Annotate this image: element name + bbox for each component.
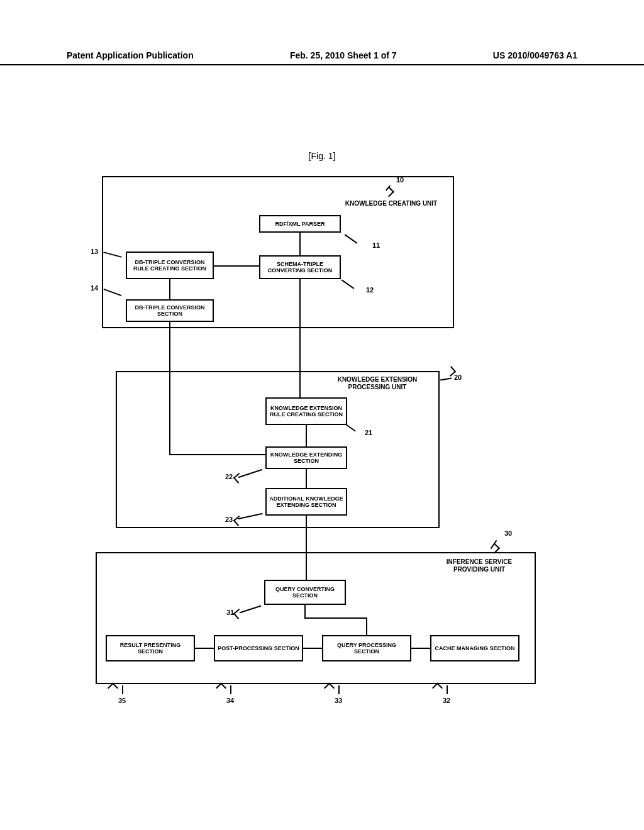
ref-34: 34 [226, 697, 234, 704]
connector [169, 279, 170, 299]
ref-32: 32 [443, 697, 450, 704]
connector [299, 233, 301, 255]
page: Patent Application Publication Feb. 25, … [0, 0, 644, 830]
page-header: Patent Application Publication Feb. 25, … [0, 50, 644, 65]
knowledge-extension-rule-creating-section: KNOWLEDGE EXTENSION RULE CREATING SECTIO… [265, 397, 347, 425]
ref-11: 11 [372, 241, 380, 249]
schema-triple-converting-section: SCHEMA-TRIPLE CONVERTING SECTION [259, 255, 341, 279]
query-processing-section: QUERY PROCESSING SECTION [322, 635, 411, 661]
connector [306, 469, 307, 488]
db-triple-conversion-section: DB-TRIPLE CONVERSION SECTION [126, 299, 214, 322]
inference-service-providing-unit-label: INFERENCE SERVICE PROVIDING UNIT [429, 558, 530, 573]
publication-type: Patent Application Publication [67, 50, 194, 62]
db-triple-conversion-rule-creating-section: DB-TRIPLE CONVERSION RULE CREATING SECTI… [126, 252, 214, 279]
ref-20: 20 [454, 374, 462, 381]
ref-23: 23 [225, 516, 233, 523]
ref-13: 13 [91, 248, 98, 255]
ref-10: 10 [396, 176, 404, 184]
lead-line [447, 685, 448, 694]
lead-tick [108, 683, 118, 694]
knowledge-extension-processing-unit-label: KNOWLEDGE EXTENSION PROCESSING UNIT [321, 376, 434, 390]
publication-number: US 2010/0049763 A1 [493, 50, 577, 62]
cache-managing-section: CACHE MANAGING SECTION [430, 635, 519, 661]
ref-21: 21 [365, 429, 372, 436]
result-presenting-section: RESULT PRESENTING SECTION [106, 635, 195, 661]
ref-30: 30 [504, 529, 512, 537]
connector [306, 516, 307, 580]
post-processing-section: POST-PROCESSING SECTION [214, 635, 303, 661]
connector [306, 425, 307, 446]
connector [195, 648, 214, 649]
figure-label: [Fig. 1] [0, 151, 644, 161]
ref-35: 35 [118, 697, 126, 704]
ref-12: 12 [366, 286, 374, 294]
lead-line [440, 377, 452, 380]
rdf-xml-parser: RDF/XML PARSER [259, 215, 341, 233]
connector [214, 265, 259, 267]
lead-tick [324, 683, 335, 694]
knowledge-creating-unit-label: KNOWLEDGE CREATING UNIT [331, 200, 451, 208]
query-converting-section: QUERY CONVERTING SECTION [264, 580, 346, 605]
connector [299, 279, 301, 397]
ref-33: 33 [335, 697, 342, 704]
connector [169, 322, 170, 454]
lead-line [230, 685, 231, 694]
connector [303, 648, 322, 649]
connector [411, 648, 430, 649]
connector [169, 454, 265, 455]
connector [304, 605, 306, 617]
ref-31: 31 [226, 609, 234, 616]
lead-tick [432, 683, 443, 694]
connector [304, 617, 366, 619]
additional-knowledge-extending-section: ADDITIONAL KNOWLEDGE EXTENDING SECTION [265, 488, 347, 516]
ref-14: 14 [91, 284, 98, 292]
connector [366, 617, 367, 635]
lead-line [338, 685, 340, 694]
lead-tick [216, 683, 226, 694]
date-and-sheet: Feb. 25, 2010 Sheet 1 of 7 [290, 50, 397, 62]
lead-line [122, 685, 123, 694]
diagram-canvas: KNOWLEDGE CREATING UNIT 10 RDF/XML PARSE… [102, 176, 542, 723]
knowledge-extending-section: KNOWLEDGE EXTENDING SECTION [265, 446, 347, 469]
ref-22: 22 [225, 473, 233, 480]
